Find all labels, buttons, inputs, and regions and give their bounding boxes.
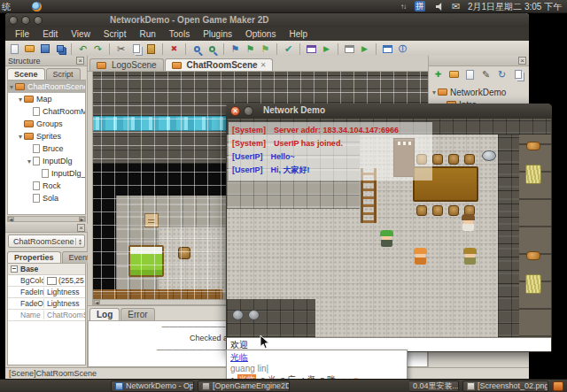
game-minimize-button[interactable] [244,106,253,116]
tree-item-sola[interactable]: Sola [8,192,85,204]
tab-logoscene[interactable]: LogoScene [89,58,164,71]
tree-item-chatroomscene[interactable]: ▾ChatRoomScene [8,81,85,93]
taskbar-item-gameengine[interactable]: [OpenGameEngine2D] [198,380,290,392]
game-character-green [380,230,393,247]
pinyin-icon[interactable]: 拼 [415,1,425,12]
property-row-fadeout[interactable]: FadeOut Lightness [8,298,85,310]
window-minimize-button[interactable] [21,16,30,25]
mail-icon[interactable]: ✉ [452,0,460,12]
property-row-name[interactable]: Name ChatRoomS [8,310,85,321]
menu-help[interactable]: Help [283,28,314,40]
scene-selector[interactable]: ChatRoomScene ▲▼ [8,234,85,248]
refresh-icon[interactable]: ↻ [495,68,509,81]
game-stool [448,205,459,216]
add-folder-icon[interactable] [447,68,461,81]
color-swatch[interactable] [47,277,57,285]
menu-tools[interactable]: Tools [163,28,196,40]
cut-icon[interactable]: ✂ [114,42,128,55]
system-menu-fragment[interactable]: 统 [2,0,11,13]
chat-message: [System]Server addr: 183.34.104.147:6966 [232,124,429,137]
tab-log[interactable]: Log [89,308,120,320]
window-maximize-button[interactable] [34,16,43,25]
delete-icon[interactable]: ✖ [167,42,181,55]
game-window-title: Network Demo [263,105,325,115]
tab-close-icon[interactable]: ✕ [260,61,267,69]
tree-item-inputdlg[interactable]: ▾InputDlg [8,155,85,167]
resources-toolbar: ✚ ✎ ↻ [429,66,529,82]
open-icon[interactable] [23,42,36,55]
window-icon[interactable] [381,42,394,55]
structure-panel-header: Structure × [5,56,87,66]
run-icon[interactable]: ▶ [358,42,371,55]
tree-item-chatroommap[interactable]: ChatRoomM [8,105,85,118]
game-stool [464,154,475,165]
copy-icon[interactable] [129,42,143,55]
save-all-icon[interactable] [53,42,66,55]
find-icon[interactable] [190,42,204,55]
canvas-splitter[interactable] [88,72,93,305]
firefox-icon[interactable] [32,2,42,12]
tree-item-inputdlg-child[interactable]: InputDlg_I [8,167,85,180]
tree-horizontal-scrollbar[interactable]: ◀▶ [7,216,86,222]
new-icon[interactable] [8,42,21,55]
verify-icon[interactable]: ✔ [282,42,295,55]
collapse-icon[interactable]: − [11,265,18,273]
paste-icon[interactable] [144,42,158,55]
close-icon[interactable]: × [76,57,84,65]
app-icon [115,382,123,390]
menu-file[interactable]: File [9,28,35,40]
menu-edit[interactable]: Edit [36,28,64,40]
speaker-icon[interactable] [436,3,445,11]
close-icon[interactable]: × [518,57,526,65]
tab-scene[interactable]: Scene [7,68,45,80]
save-icon[interactable] [38,42,51,55]
remove-icon[interactable] [463,68,477,81]
debug-icon[interactable] [343,42,356,55]
taskbar-item-browser[interactable]: 0.04里安装... [409,380,459,392]
tree-item-groups[interactable]: Groups [8,118,85,130]
menu-options[interactable]: Options [239,28,282,40]
menu-view[interactable]: View [65,28,97,40]
add-icon[interactable]: ✚ [431,68,445,81]
tree-item-bruce[interactable]: Bruce [8,142,85,155]
game-close-button[interactable]: ✕ [230,106,240,116]
tree-item-rock[interactable]: Rock [8,180,85,192]
undo-icon[interactable]: ↶ [76,42,89,55]
redo-icon[interactable]: ↷ [91,42,105,55]
scene-icon [97,62,106,69]
tab-properties[interactable]: Properties [7,251,61,263]
clock[interactable]: 2月1日星期二 3:05 下午 [468,0,562,13]
tree-item-map[interactable]: ▾Map [8,93,85,105]
bookmark-icon[interactable]: ⚑ [229,42,242,55]
find-next-icon[interactable] [206,42,219,55]
ime-pinyin: guang lin| [227,364,407,373]
property-row-bgcolor[interactable]: BgColor (255,25 [8,275,85,287]
menu-script[interactable]: Script [97,28,133,40]
game-wall-right [498,135,519,337]
tab-error[interactable]: Error [120,308,154,320]
about-icon[interactable]: ⓘ [396,42,409,55]
menu-plugins[interactable]: Plugins [197,28,238,40]
property-row-fadein[interactable]: FadeIn Lightness [8,287,85,298]
checkout-icon[interactable]: ⚑ [259,42,272,55]
menu-run[interactable]: Run [133,28,161,40]
property-group-base[interactable]: − Base [8,264,85,275]
tab-script[interactable]: Script [46,68,81,80]
taskbar: NetworkDemo - Op... [OpenGameEngine2D] 0… [0,379,567,392]
updown-arrows-icon[interactable]: ↑↓ [400,0,406,13]
taskbar-item-networkdemo[interactable]: NetworkDemo - Op... [111,380,194,392]
build-run-icon[interactable]: ▶ [320,42,333,55]
edit-icon[interactable]: ✎ [479,68,493,81]
tree-item-sprites[interactable]: ▾Sprites [8,130,85,142]
build-icon[interactable] [305,42,318,55]
checkin-icon[interactable]: ⚑ [244,42,257,55]
duplicate-icon[interactable] [511,68,524,81]
spinner-icon[interactable]: ▲▼ [75,238,82,245]
taskbar-item-screenshot[interactable]: [Screenshot_02.png] [462,380,548,392]
close-icon[interactable]: × [77,224,85,232]
tab-chatroomscene[interactable]: ChatRoomScene ✕ [165,58,274,71]
window-close-button[interactable] [9,16,18,25]
taskbar-tray-icon[interactable] [553,381,563,391]
left-dock: Structure × Scene Script ▾ChatRoomScene … [5,56,88,367]
tree-item-networkdemo[interactable]: ▾NetworkDemo [431,86,528,98]
